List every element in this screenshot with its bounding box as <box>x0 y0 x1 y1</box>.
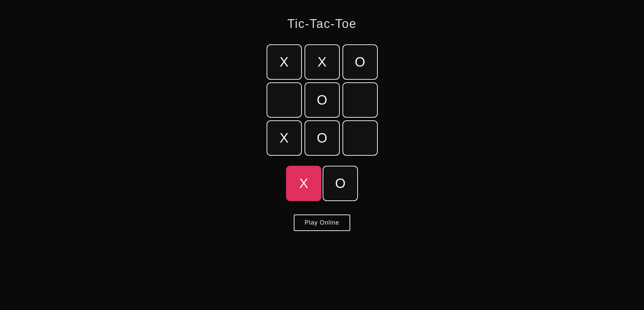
cell-2[interactable]: O <box>342 44 378 80</box>
player-x-button[interactable]: X <box>286 166 321 201</box>
cell-6[interactable]: X <box>267 120 302 156</box>
cell-8[interactable] <box>342 120 378 156</box>
player-o-button[interactable]: O <box>323 166 358 201</box>
cell-1[interactable]: X <box>305 44 340 80</box>
game-board: X X O O X O <box>267 44 378 156</box>
game-title: Tic-Tac-Toe <box>287 17 357 31</box>
cell-7[interactable]: O <box>305 120 340 156</box>
cell-4[interactable]: O <box>305 82 340 118</box>
cell-5[interactable] <box>342 82 378 118</box>
player-selector: X O <box>286 166 358 201</box>
cell-3[interactable] <box>267 82 302 118</box>
cell-0[interactable]: X <box>267 44 302 80</box>
play-online-button[interactable]: Play Online <box>294 215 350 231</box>
